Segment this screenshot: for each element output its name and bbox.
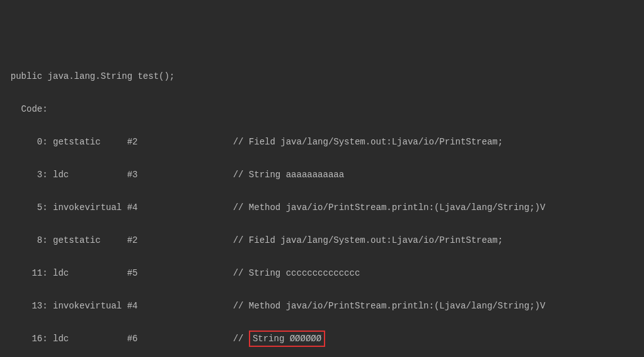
bytecode-instruction: 3: ldc #3 // String aaaaaaaaaaa (0, 167, 644, 183)
bytecode-instruction: 13: invokevirtual #4 // Method java/io/P… (0, 298, 644, 314)
bytecode-instruction: 16: ldc #6 // String ØØØØØØ (0, 331, 644, 347)
bytecode-instruction: 11: ldc #5 // String cccccccccccccc (0, 265, 644, 281)
bytecode-instruction: 8: getstatic #2 // Field java/lang/Syste… (0, 232, 644, 249)
method-signature-test: public java.lang.String test(); (0, 68, 644, 85)
bytecode-instruction: 0: getstatic #2 // Field java/lang/Syste… (0, 134, 644, 150)
instruction-prefix: 16: ldc #6 // (0, 334, 249, 344)
bytecode-instruction: 5: invokevirtual #4 // Method java/io/Pr… (0, 199, 644, 216)
code-label: Code: (0, 101, 644, 117)
highlighted-string: String ØØØØØØ (249, 331, 325, 347)
